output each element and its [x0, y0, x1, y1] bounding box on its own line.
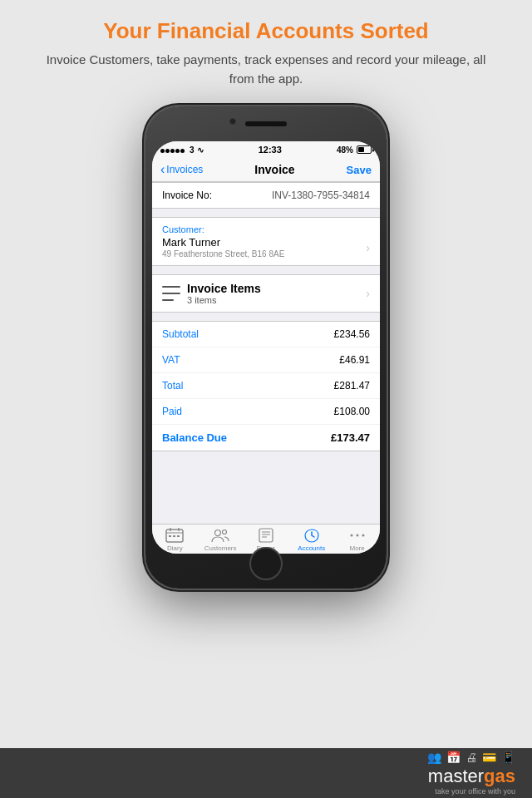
home-button[interactable] — [249, 547, 283, 580]
totals-card: Subtotal £234.56 VAT £46.91 Total £281.4… — [152, 321, 380, 451]
time-display: 12:33 — [259, 145, 282, 155]
total-label: Total — [162, 380, 183, 392]
vat-value: £46.91 — [339, 354, 370, 366]
svg-rect-9 — [259, 529, 273, 542]
svg-rect-5 — [173, 535, 175, 537]
balance-row: Balance Due £173.47 — [152, 425, 380, 451]
balance-value: £173.47 — [331, 431, 370, 444]
items-chevron-icon: › — [366, 287, 370, 300]
svg-point-8 — [223, 530, 227, 534]
nav-bar: ‹ Invoices Invoice Save — [152, 158, 380, 182]
svg-point-14 — [356, 534, 358, 537]
signal-dots — [160, 145, 185, 155]
status-bar: 3 ∿ 12:33 48% — [152, 141, 380, 158]
brand-prefix: master — [428, 766, 484, 786]
customer-address: 49 Featherstone Street, B16 8AE — [162, 249, 284, 259]
status-right: 48% — [337, 145, 372, 155]
items-text: Invoice Items 3 items — [187, 282, 261, 305]
total-value: £281.47 — [334, 380, 370, 392]
vat-label: VAT — [162, 354, 180, 366]
carrier-label: 3 — [190, 145, 195, 155]
printer-icon: 🖨 — [466, 751, 477, 764]
chevron-right-icon: › — [366, 241, 370, 254]
diary-icon — [165, 528, 184, 543]
card-icon: 💳 — [482, 751, 496, 764]
tab-accounts[interactable]: Accounts — [288, 528, 334, 552]
invoice-number-label: Invoice No: — [162, 190, 212, 201]
svg-point-15 — [362, 534, 364, 537]
phone-icon: 📱 — [501, 751, 515, 764]
subtotal-row: Subtotal £234.56 — [152, 322, 380, 347]
status-left: 3 ∿ — [160, 145, 204, 155]
items-left: Invoice Items 3 items — [162, 282, 261, 305]
svg-rect-4 — [169, 535, 171, 537]
page-title: Your Financial Accounts Sorted — [33, 18, 499, 44]
vat-row: VAT £46.91 — [152, 347, 380, 373]
back-label: Invoices — [166, 164, 203, 175]
accounts-icon — [303, 528, 321, 543]
customers-icon — [211, 528, 229, 543]
svg-rect-6 — [177, 535, 180, 537]
save-button[interactable]: Save — [347, 164, 372, 176]
customer-info: Mark Turner 49 Featherstone Street, B16 … — [162, 236, 284, 259]
mastergas-icons: 👥 📅 🖨 💳 📱 — [427, 751, 515, 764]
top-section: Your Financial Accounts Sorted Invoice C… — [0, 0, 532, 103]
phone-screen: 3 ∿ 12:33 48% ‹ Invoices Invoice S — [152, 141, 380, 554]
list-icon — [162, 286, 180, 301]
svg-point-7 — [215, 530, 221, 536]
footer: 👥 📅 🖨 💳 📱 mastergas take your office wit… — [0, 748, 532, 798]
brand-name: mastergas — [428, 766, 515, 787]
customer-label: Customer: — [162, 224, 370, 234]
customer-section[interactable]: Customer: Mark Turner 49 Featherstone St… — [152, 217, 380, 266]
customer-row: Mark Turner 49 Featherstone Street, B16 … — [162, 236, 370, 259]
people-icon: 👥 — [427, 751, 441, 764]
paid-row: Paid £108.00 — [152, 399, 380, 425]
items-count: 3 items — [187, 295, 261, 305]
subtotal-label: Subtotal — [162, 328, 199, 340]
battery-percent: 48% — [337, 145, 353, 155]
tab-more-label: More — [349, 544, 364, 552]
page-subtitle: Invoice Customers, take payments, track … — [33, 51, 499, 88]
brand-tagline: take your office with you — [436, 787, 515, 796]
mastergas-logo: 👥 📅 🖨 💳 📱 mastergas take your office wit… — [427, 751, 515, 796]
tab-customers-label: Customers — [204, 544, 237, 552]
forms-icon — [257, 528, 275, 543]
camera-icon — [229, 118, 236, 125]
calendar-icon: 📅 — [446, 751, 461, 764]
invoice-number-card: Invoice No: INV-1380-7955-34814 — [152, 182, 380, 209]
back-arrow-icon: ‹ — [160, 163, 165, 176]
paid-label: Paid — [162, 406, 182, 417]
more-icon — [348, 528, 367, 543]
balance-label: Balance Due — [162, 431, 227, 444]
battery-fill — [358, 147, 364, 152]
phone-wrapper: 3 ∿ 12:33 48% ‹ Invoices Invoice S — [0, 106, 532, 589]
brand-suffix: gas — [484, 766, 515, 786]
invoice-number-value: INV-1380-7955-34814 — [272, 190, 370, 201]
paid-value: £108.00 — [334, 406, 370, 417]
tab-accounts-label: Accounts — [298, 544, 325, 552]
total-row: Total £281.47 — [152, 373, 380, 399]
battery-icon — [357, 145, 372, 154]
invoice-number-row: Invoice No: INV-1380-7955-34814 — [152, 183, 380, 208]
tab-customers[interactable]: Customers — [198, 528, 244, 552]
tab-diary-label: Diary — [167, 544, 183, 552]
back-button[interactable]: ‹ Invoices — [160, 163, 203, 176]
phone-device: 3 ∿ 12:33 48% ‹ Invoices Invoice S — [145, 106, 387, 589]
customer-name: Mark Turner — [162, 236, 284, 249]
wifi-icon: ∿ — [197, 145, 204, 155]
items-title: Invoice Items — [187, 282, 261, 295]
speaker — [245, 121, 287, 126]
tab-more[interactable]: More — [334, 528, 380, 552]
screen-content: Invoice No: INV-1380-7955-34814 Customer… — [152, 182, 380, 524]
nav-title: Invoice — [254, 163, 294, 176]
invoice-items-row[interactable]: Invoice Items 3 items › — [152, 274, 380, 313]
svg-point-13 — [350, 534, 352, 537]
subtotal-value: £234.56 — [334, 328, 370, 340]
tab-diary[interactable]: Diary — [152, 528, 198, 552]
